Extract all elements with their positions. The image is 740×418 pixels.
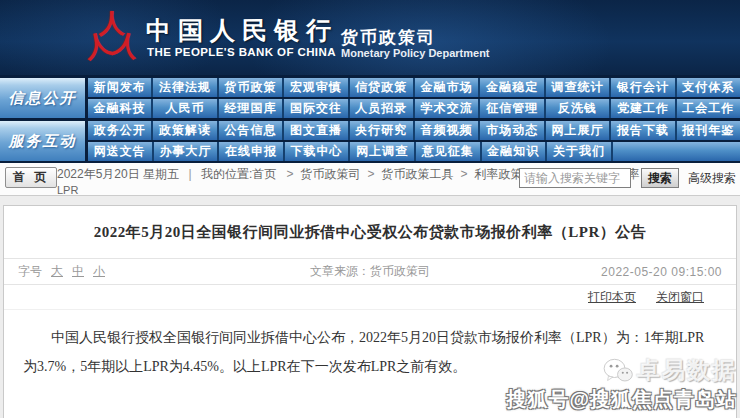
- nav-item[interactable]: 政务公开: [88, 121, 151, 140]
- article-datetime: 2022-05-20 09:15:00: [601, 265, 722, 279]
- nav-item[interactable]: 央行研究: [348, 121, 413, 140]
- nav-item[interactable]: 报告下载: [609, 121, 674, 140]
- nav-item[interactable]: 货币政策: [217, 78, 282, 97]
- nav-item[interactable]: 网上调查: [348, 142, 414, 161]
- breadcrumb-item[interactable]: 利率政策: [475, 167, 523, 181]
- breadcrumb-bar: 首 页 2022年5月20日 星期五 | 我的位置:首页 >货币政策司>货币政策…: [0, 163, 740, 196]
- nav-item[interactable]: 宏观审慎: [282, 78, 347, 97]
- bank-name-cn: 中国人民银行: [146, 14, 338, 47]
- nav-item[interactable]: 党建工作: [609, 99, 674, 118]
- home-button[interactable]: 首 页: [5, 167, 57, 188]
- nav-section-label[interactable]: 服务互动: [0, 121, 88, 161]
- bank-name-en: THE PEOPLE'S BANK OF CHINA: [147, 46, 336, 58]
- nav-item[interactable]: 金融科技: [88, 99, 151, 118]
- department-name-cn: 货币政策司: [341, 26, 436, 49]
- breadcrumb-location: 我的位置:首页: [201, 167, 276, 181]
- article-meta-row: 字号 大中小 文章来源：货币政策司 2022-05-20 09:15:00: [4, 258, 736, 285]
- nav-item[interactable]: 调查统计: [544, 78, 609, 97]
- search-button[interactable]: 搜索: [641, 168, 679, 188]
- nav-item[interactable]: 意见征集: [414, 142, 480, 161]
- nav-item[interactable]: 金融知识: [480, 142, 546, 161]
- nav-item[interactable]: 法律法规: [151, 78, 216, 97]
- print-page-link[interactable]: 打印本页: [588, 289, 636, 306]
- nav-filler: [611, 142, 740, 161]
- nav-item[interactable]: 工会工作: [675, 99, 740, 118]
- search-input[interactable]: [519, 168, 631, 188]
- breadcrumb-divider: |: [188, 167, 191, 181]
- close-window-link[interactable]: 关闭窗口: [656, 289, 704, 306]
- nav-item[interactable]: 办事大厅: [152, 142, 218, 161]
- breadcrumb-item[interactable]: 货币政策工具: [382, 167, 454, 181]
- nav-item[interactable]: 公告信息: [217, 121, 282, 140]
- breadcrumb-separator: >: [461, 167, 468, 181]
- pboc-logo-icon: 人 人 人: [84, 10, 140, 66]
- nav-item[interactable]: 政策解读: [151, 121, 216, 140]
- nav-item[interactable]: 金融市场: [413, 78, 478, 97]
- article-title: 2022年5月20日全国银行间同业拆借中心受权公布贷款市场报价利率（LPR）公告: [4, 223, 736, 242]
- breadcrumb-item[interactable]: 货币政策司: [301, 167, 361, 181]
- nav-item[interactable]: 金融稳定: [478, 78, 543, 97]
- article-body: 中国人民银行授权全国银行间同业拆借中心公布，2022年5月20日贷款市场报价利率…: [23, 323, 717, 381]
- nav-item[interactable]: 信贷政策: [348, 78, 413, 97]
- nav-item[interactable]: 报刊年鉴: [675, 121, 740, 140]
- nav-item[interactable]: 国际交往: [282, 99, 347, 118]
- department-name-en: Monetary Policy Department: [341, 47, 490, 59]
- nav-item[interactable]: 关于我们: [545, 142, 611, 161]
- nav-item[interactable]: 图文直播: [282, 121, 347, 140]
- nav-item[interactable]: 人民币: [151, 99, 216, 118]
- nav-item[interactable]: 下载中心: [283, 142, 349, 161]
- article-actions-row: 打印本页 关闭窗口: [4, 285, 736, 310]
- nav-section: 信息公开新闻发布法律法规货币政策宏观审慎信贷政策金融市场金融稳定调查统计银行会计…: [0, 78, 740, 118]
- nav-section-label[interactable]: 信息公开: [0, 78, 88, 118]
- nav-item[interactable]: 网送文告: [88, 142, 152, 161]
- main-nav: 信息公开新闻发布法律法规货币政策宏观审慎信贷政策金融市场金融稳定调查统计银行会计…: [0, 75, 740, 163]
- nav-item[interactable]: 经理国库: [217, 99, 282, 118]
- nav-item[interactable]: 音频视频: [413, 121, 478, 140]
- breadcrumb-separator: >: [368, 167, 375, 181]
- nav-section: 服务互动政务公开政策解读公告信息图文直播央行研究音频视频市场动态网上展厅报告下载…: [0, 121, 740, 161]
- breadcrumb-separator: >: [287, 167, 294, 181]
- nav-item[interactable]: 在线申报: [217, 142, 283, 161]
- search-box: 搜索 高级搜索: [519, 168, 736, 188]
- site-header: 人 人 人 中国人民银行 THE PEOPLE'S BANK OF CHINA …: [0, 0, 740, 75]
- nav-item[interactable]: 市场动态: [478, 121, 543, 140]
- nav-item[interactable]: 银行会计: [609, 78, 674, 97]
- nav-item[interactable]: 反洗钱: [544, 99, 609, 118]
- nav-item[interactable]: 新闻发布: [88, 78, 151, 97]
- nav-item[interactable]: 支付体系: [675, 78, 740, 97]
- nav-item[interactable]: 网上展厅: [544, 121, 609, 140]
- breadcrumb-date: 2022年5月20日 星期五: [57, 167, 179, 181]
- nav-item[interactable]: 征信管理: [478, 99, 543, 118]
- nav-item[interactable]: 学术交流: [413, 99, 478, 118]
- advanced-search-link[interactable]: 高级搜索: [688, 170, 736, 187]
- article-panel: 2022年5月20日全国银行间同业拆借中心受权公布贷款市场报价利率（LPR）公告…: [3, 205, 737, 418]
- nav-item[interactable]: 人员招录: [348, 99, 413, 118]
